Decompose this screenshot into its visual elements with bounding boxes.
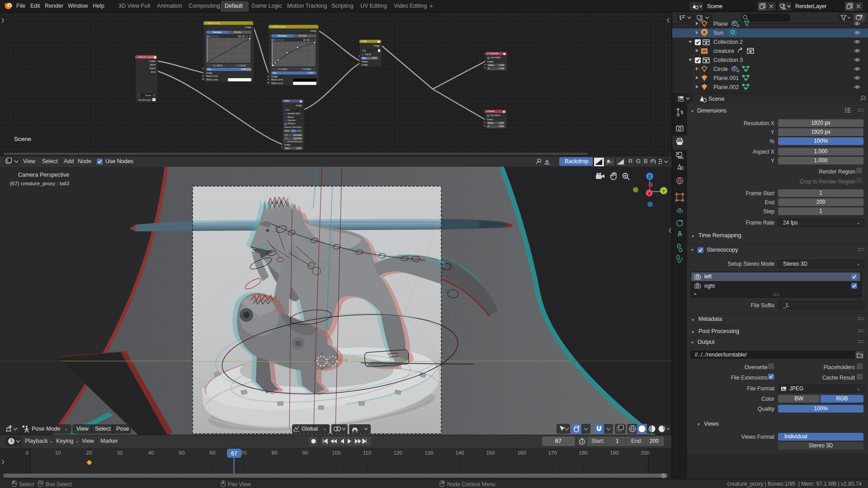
svg-text:20: 20 xyxy=(86,450,92,455)
svg-text:110: 110 xyxy=(363,450,371,455)
svg-text:Plane: Plane xyxy=(713,21,728,27)
svg-text:70: 70 xyxy=(241,450,247,455)
svg-text:30: 30 xyxy=(117,450,123,455)
svg-text:120: 120 xyxy=(393,450,402,455)
svg-text:170: 170 xyxy=(548,450,557,455)
svg-text:100: 100 xyxy=(332,450,340,455)
svg-text:Pan View: Pan View xyxy=(228,481,251,488)
svg-text:180: 180 xyxy=(579,450,587,455)
svg-text:X: X xyxy=(648,191,651,196)
svg-text:190: 190 xyxy=(610,450,618,455)
svg-text:140: 140 xyxy=(455,450,464,455)
svg-text:Box Select: Box Select xyxy=(46,481,72,488)
svg-text:Collection 3: Collection 3 xyxy=(713,57,743,63)
svg-text:10: 10 xyxy=(55,450,61,455)
svg-text:200: 200 xyxy=(641,450,649,455)
svg-text:90: 90 xyxy=(302,450,308,455)
svg-text:Node Context Menu: Node Context Menu xyxy=(447,481,495,488)
svg-text:50: 50 xyxy=(179,450,185,455)
svg-text:150: 150 xyxy=(486,450,495,455)
svg-text:Y: Y xyxy=(662,189,665,193)
svg-text:0: 0 xyxy=(26,450,28,455)
svg-text:Plane.001: Plane.001 xyxy=(713,75,739,81)
svg-text:Z: Z xyxy=(648,174,651,179)
svg-text:130: 130 xyxy=(425,450,433,455)
svg-text:40: 40 xyxy=(148,450,154,455)
svg-text:creature: creature xyxy=(713,48,734,54)
svg-text:Collection 2: Collection 2 xyxy=(713,39,743,45)
svg-text:Circle: Circle xyxy=(713,66,728,72)
svg-text:Sun: Sun xyxy=(713,30,723,36)
svg-text:Plane.002: Plane.002 xyxy=(713,84,739,90)
svg-text:60: 60 xyxy=(210,450,216,455)
svg-text:67: 67 xyxy=(231,450,237,457)
svg-text:Select: Select xyxy=(19,481,34,488)
svg-text:80: 80 xyxy=(272,450,278,455)
svg-text:160: 160 xyxy=(517,450,526,455)
